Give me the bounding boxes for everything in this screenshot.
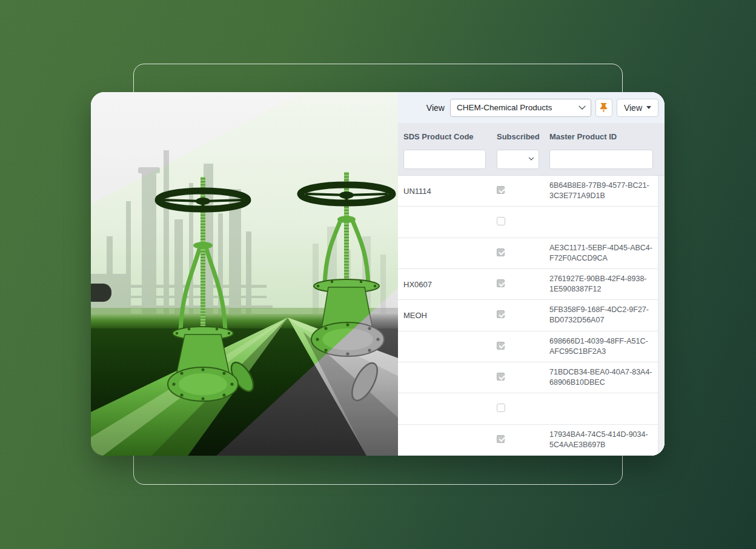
cell-subscribed <box>497 279 549 289</box>
view-select-value: CHEM-Chemical Products <box>457 103 552 112</box>
table-row[interactable]: 71BDCB34-BEA0-40A7-83A4-68906B10DBEC <box>398 362 658 393</box>
subscribed-checkbox[interactable] <box>497 217 505 225</box>
sds-product-code-filter-input[interactable] <box>403 150 486 169</box>
table-row[interactable]: AE3C1171-5EBF-4D45-ABC4-F72F0ACCD9CA <box>398 238 658 269</box>
table-row[interactable] <box>398 207 658 238</box>
subscribed-checkbox[interactable] <box>497 404 505 412</box>
view-label: View <box>426 103 445 113</box>
view-select[interactable]: CHEM-Chemical Products <box>450 99 591 117</box>
table-row[interactable]: HX0607 2761927E-90BB-42F4-8938-1E5908387… <box>398 269 658 300</box>
subscribed-checkbox[interactable] <box>497 435 505 443</box>
subscribed-checkbox[interactable] <box>497 342 505 350</box>
cell-master-product-id: 698666D1-4039-48FF-A51C-AFC95C1BF2A3 <box>549 336 653 357</box>
view-menu-button-label: View <box>624 103 642 113</box>
industrial-pipelines-image <box>91 92 398 456</box>
caret-down-icon <box>646 106 651 109</box>
table-row[interactable]: 17934BA4-74C5-414D-9034-5C4AAE3B697B <box>398 425 658 456</box>
subscribed-checkbox[interactable] <box>497 310 505 318</box>
cell-subscribed <box>497 373 549 382</box>
cell-subscribed <box>497 404 549 414</box>
chevron-down-icon <box>579 102 585 109</box>
table-row[interactable]: UN1114 6B64B8E8-77B9-4577-BC21-3C3E771A9… <box>398 176 658 207</box>
column-header-sds-product-code: SDS Product Code <box>403 132 497 141</box>
cell-sds-product-code: HX0607 <box>403 280 497 289</box>
chevron-down-icon <box>529 155 534 160</box>
cell-subscribed <box>497 435 549 445</box>
cell-master-product-id: AE3C1171-5EBF-4D45-ABC4-F72F0ACCD9CA <box>549 243 653 264</box>
subscribed-checkbox[interactable] <box>497 279 505 287</box>
cell-subscribed <box>497 342 549 351</box>
cell-sds-product-code: UN1114 <box>403 187 497 196</box>
page-background: View CHEM-Chemical Products View SD <box>0 0 756 549</box>
pushpin-icon <box>600 103 608 112</box>
cell-master-product-id: 5FB358F9-168F-4DC2-9F27-BD0732D56A07 <box>549 305 653 325</box>
table-row[interactable] <box>398 393 658 424</box>
table-row[interactable]: 698666D1-4039-48FF-A51C-AFC95C1BF2A3 <box>398 331 658 362</box>
cell-master-product-id: 6B64B8E8-77B9-4577-BC21-3C3E771A9D1B <box>549 181 653 201</box>
table-header: SDS Product Code Subscribed Master Produ… <box>398 123 665 176</box>
cell-subscribed <box>497 248 549 258</box>
cell-subscribed <box>497 310 549 320</box>
table-body: UN1114 6B64B8E8-77B9-4577-BC21-3C3E771A9… <box>398 176 665 456</box>
toolbar: View CHEM-Chemical Products View <box>398 92 665 123</box>
master-product-id-filter-input[interactable] <box>549 150 653 169</box>
vertical-scrollbar[interactable] <box>658 176 665 456</box>
subscribed-checkbox[interactable] <box>497 373 505 381</box>
cell-subscribed <box>497 186 549 196</box>
cell-sds-product-code: MEOH <box>403 311 497 320</box>
products-panel: View CHEM-Chemical Products View SD <box>398 92 665 456</box>
column-header-master-product-id: Master Product ID <box>549 132 653 141</box>
subscribed-checkbox[interactable] <box>497 186 505 194</box>
view-menu-button[interactable]: View <box>617 99 658 117</box>
app-window: View CHEM-Chemical Products View SD <box>91 92 665 456</box>
cell-master-product-id: 17934BA4-74C5-414D-9034-5C4AAE3B697B <box>549 430 653 450</box>
cell-master-product-id: 71BDCB34-BEA0-40A7-83A4-68906B10DBEC <box>549 367 653 388</box>
subscribed-filter-select[interactable] <box>497 150 539 169</box>
cell-master-product-id: 2761927E-90BB-42F4-8938-1E5908387F12 <box>549 274 653 294</box>
pin-button[interactable] <box>595 99 612 117</box>
table-row[interactable]: MEOH 5FB358F9-168F-4DC2-9F27-BD0732D56A0… <box>398 300 658 331</box>
subscribed-checkbox[interactable] <box>497 248 505 256</box>
column-header-subscribed: Subscribed <box>497 132 549 141</box>
cell-subscribed <box>497 217 549 227</box>
